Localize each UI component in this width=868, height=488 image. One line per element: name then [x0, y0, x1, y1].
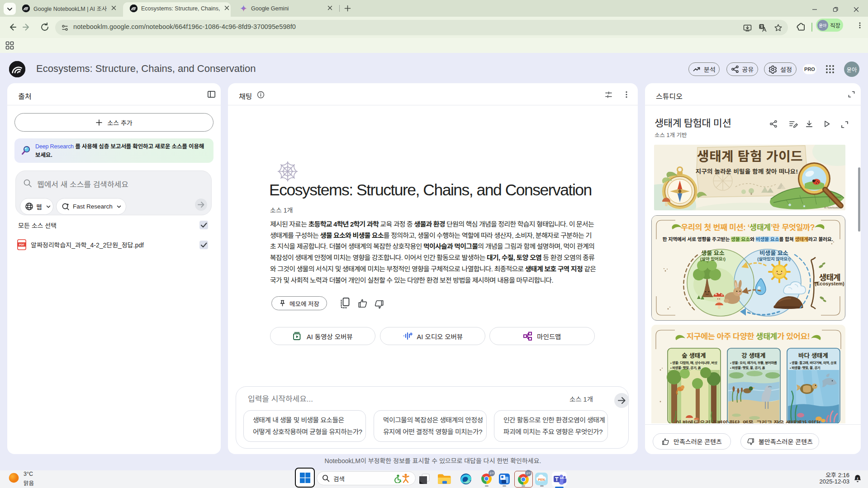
- svg-text:PEN: PEN: [538, 478, 545, 481]
- svg-text:PDF: PDF: [19, 243, 24, 246]
- svg-text:AI NotebookLM: AI NotebookLM: [824, 206, 841, 209]
- svg-text:z: z: [857, 477, 859, 480]
